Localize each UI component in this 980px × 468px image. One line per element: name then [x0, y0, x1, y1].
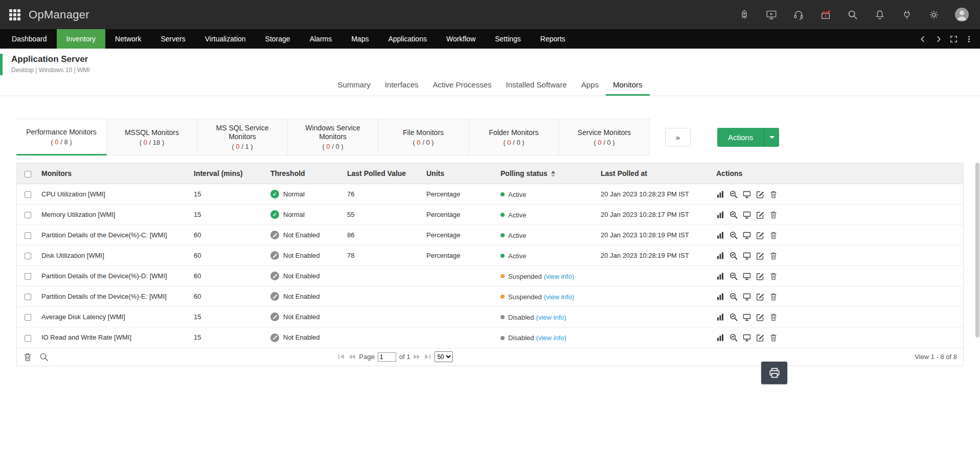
row-checkbox[interactable]	[25, 191, 31, 198]
zoom-report-icon[interactable]	[730, 272, 738, 280]
rocket-icon[interactable]	[738, 9, 750, 21]
row-checkbox[interactable]	[25, 253, 31, 259]
device-screen-icon[interactable]	[743, 272, 751, 280]
apps-grid-icon[interactable]	[9, 9, 20, 20]
device-screen-icon[interactable]	[743, 313, 751, 321]
monitor-name[interactable]: Average Disk Latency [WMI]	[38, 307, 191, 327]
bar-chart-icon[interactable]	[716, 211, 724, 219]
view-info-link[interactable]: (view info)	[536, 334, 566, 342]
col-header-polling-status[interactable]: Polling status	[497, 163, 598, 184]
device-screen-icon[interactable]	[743, 293, 751, 301]
edit-icon[interactable]	[756, 293, 764, 301]
whats-new-gift-icon[interactable]	[819, 9, 832, 21]
search-icon[interactable]	[847, 9, 859, 21]
monitor-name[interactable]: Partition Details of the Device(%)-C: [W…	[38, 225, 191, 246]
device-tab[interactable]: Apps	[574, 75, 606, 96]
plugin-icon[interactable]	[901, 9, 913, 21]
nav-item[interactable]: Virtualization	[195, 29, 256, 49]
row-checkbox[interactable]	[25, 232, 31, 239]
device-tab[interactable]: Summary	[330, 75, 377, 96]
monitor-type-tab[interactable]: Folder Monitors ( 0 / 0 )	[469, 119, 559, 155]
device-screen-icon[interactable]	[743, 190, 751, 198]
zoom-report-icon[interactable]	[730, 252, 738, 260]
delete-icon[interactable]	[769, 333, 778, 342]
nav-item[interactable]: Dashboard	[2, 29, 57, 49]
user-avatar[interactable]	[955, 8, 969, 21]
bar-chart-icon[interactable]	[716, 231, 724, 239]
bulk-delete-icon[interactable]	[23, 352, 32, 362]
row-checkbox[interactable]	[25, 335, 31, 342]
device-tab[interactable]: Installed Software	[499, 75, 574, 96]
actions-dropdown-button[interactable]: Actions	[717, 128, 779, 147]
delete-icon[interactable]	[769, 231, 778, 239]
fullscreen-icon[interactable]	[948, 34, 959, 44]
zoom-report-icon[interactable]	[730, 293, 738, 301]
device-tab[interactable]: Monitors	[606, 75, 650, 96]
bar-chart-icon[interactable]	[716, 313, 724, 321]
edit-icon[interactable]	[756, 252, 764, 260]
bar-chart-icon[interactable]	[716, 293, 724, 301]
monitor-name[interactable]: Disk Utilization [WMI]	[38, 246, 191, 266]
nav-item[interactable]: Settings	[485, 29, 531, 49]
print-button[interactable]	[761, 362, 787, 384]
zoom-report-icon[interactable]	[730, 211, 738, 219]
delete-icon[interactable]	[769, 211, 778, 219]
monitor-type-tab[interactable]: MSSQL Monitors ( 0 / 18 )	[107, 119, 197, 155]
monitor-type-tab[interactable]: Windows Service Monitors ( 0 / 0 )	[288, 119, 378, 155]
device-screen-icon[interactable]	[743, 333, 751, 342]
device-tab[interactable]: Interfaces	[378, 75, 426, 96]
actions-button-label[interactable]: Actions	[717, 128, 764, 147]
page-size-select[interactable]: 50	[435, 351, 453, 362]
delete-icon[interactable]	[769, 190, 778, 198]
nav-item[interactable]: Reports	[531, 29, 575, 49]
edit-icon[interactable]	[756, 211, 764, 219]
nav-item[interactable]: Servers	[151, 29, 195, 49]
nav-item[interactable]: Network	[105, 29, 151, 49]
zoom-report-icon[interactable]	[730, 231, 738, 239]
edit-icon[interactable]	[756, 231, 764, 239]
settings-gear-icon[interactable]	[928, 9, 940, 21]
row-checkbox[interactable]	[25, 212, 31, 218]
nav-item[interactable]: Inventory	[57, 29, 106, 49]
edit-icon[interactable]	[756, 333, 764, 342]
view-info-link[interactable]: (view info)	[536, 314, 566, 321]
more-vertical-icon[interactable]	[964, 34, 974, 44]
delete-icon[interactable]	[769, 272, 778, 280]
zoom-report-icon[interactable]	[730, 313, 738, 321]
zoom-report-icon[interactable]	[730, 190, 738, 198]
edit-icon[interactable]	[756, 190, 764, 198]
monitor-name[interactable]: IO Read and Write Rate [WMI]	[38, 327, 191, 348]
row-checkbox[interactable]	[25, 314, 31, 321]
scrollbar-thumb[interactable]	[975, 163, 979, 338]
bar-chart-icon[interactable]	[716, 190, 724, 198]
more-tabs-button[interactable]: »	[665, 128, 691, 146]
nav-scroll-right-icon[interactable]	[933, 34, 943, 44]
edit-icon[interactable]	[756, 272, 764, 280]
nav-item[interactable]: Workflow	[437, 29, 485, 49]
device-screen-icon[interactable]	[743, 211, 751, 219]
select-all-checkbox[interactable]	[25, 171, 31, 177]
notifications-bell-icon[interactable]	[874, 9, 886, 21]
actions-caret[interactable]	[764, 128, 779, 147]
next-page-icon[interactable]	[413, 353, 421, 361]
sort-icon[interactable]	[551, 171, 555, 177]
row-checkbox[interactable]	[25, 294, 31, 300]
page-number-input[interactable]	[378, 352, 396, 362]
nav-scroll-left-icon[interactable]	[918, 34, 928, 44]
monitor-name[interactable]: CPU Utilization [WMI]	[38, 184, 191, 205]
monitor-type-tab[interactable]: Service Monitors ( 0 / 0 )	[559, 119, 650, 155]
first-page-icon[interactable]	[337, 353, 345, 361]
nav-item[interactable]: Storage	[256, 29, 300, 49]
delete-icon[interactable]	[769, 252, 778, 260]
zoom-report-icon[interactable]	[730, 333, 738, 342]
delete-icon[interactable]	[769, 313, 778, 321]
monitor-type-tab[interactable]: MS SQL Service Monitors ( 0 / 1 )	[197, 119, 288, 155]
last-page-icon[interactable]	[424, 353, 431, 361]
monitor-type-tab[interactable]: Performance Monitors ( 0 / 8 )	[16, 119, 107, 155]
table-search-icon[interactable]	[39, 352, 49, 362]
device-screen-icon[interactable]	[743, 252, 751, 260]
live-demo-icon[interactable]	[765, 9, 778, 21]
previous-page-icon[interactable]	[348, 353, 356, 361]
device-screen-icon[interactable]	[743, 231, 751, 239]
monitor-name[interactable]: Partition Details of the Device(%)-E: [W…	[38, 286, 191, 307]
